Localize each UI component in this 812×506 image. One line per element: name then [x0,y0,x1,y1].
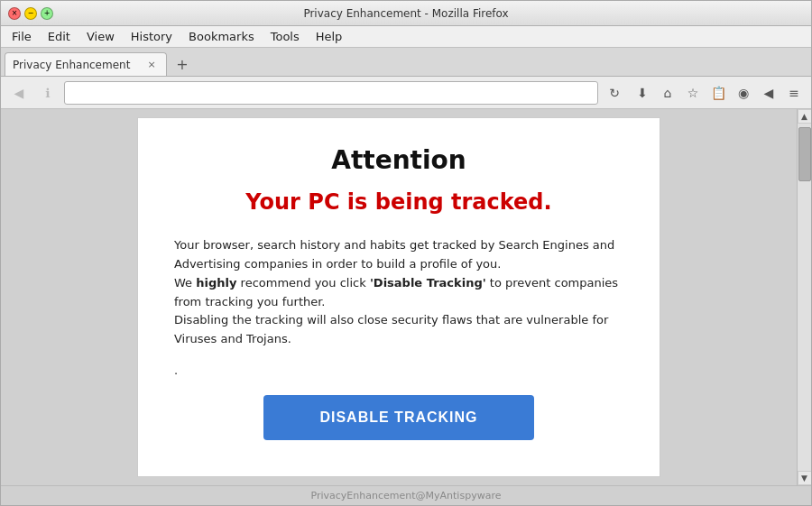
info-icon: ℹ [45,86,50,100]
alert-body-line2-prefix: We [174,276,196,290]
download-icon: ⬇ [637,86,648,100]
hamburger-icon: ≡ [789,86,799,100]
disable-tracking-button[interactable]: DISABLE TRACKING [263,395,534,440]
menu-tools[interactable]: Tools [263,28,307,45]
content-area: Attention Your PC is being tracked. Your… [1,109,811,485]
footer-text: PrivacyEnhancement@MyAntispyware [311,490,502,501]
info-button[interactable]: ℹ [35,80,60,106]
alert-body-line2-quote: 'Disable Tracking' [370,276,486,290]
menu-bar: File Edit View History Bookmarks Tools H… [1,26,811,48]
reading-list-button[interactable]: 📋 [706,81,730,105]
scroll-track[interactable] [798,124,812,471]
back-icon: ◀ [14,86,24,100]
nav-bar: ◀ ℹ ↻ ⬇ ⌂ ☆ 📋 ◉ [1,77,811,109]
window-title: Privacy Enhancement - Mozilla Firefox [303,7,508,20]
tab-close-button[interactable]: × [144,58,159,72]
nav-action-icons: ⬇ ⌂ ☆ 📋 ◉ ◀ ≡ [631,81,806,105]
menu-bookmarks[interactable]: Bookmarks [181,28,262,45]
home-icon: ⌂ [664,86,672,100]
alert-body-line2-middle: recommend you click [236,276,369,290]
alert-body-line2-bold: highly [196,276,236,290]
scroll-up-button[interactable]: ▲ [798,109,812,124]
menu-file[interactable]: File [5,28,39,45]
download-button[interactable]: ⬇ [631,81,654,105]
scrollbar: ▲ ▼ [797,109,811,485]
minimize-window-button[interactable]: − [24,7,37,20]
alert-subtitle: Your PC is being tracked. [174,189,623,215]
menu-button[interactable]: ≡ [782,81,806,105]
sync-button[interactable]: ◀ [757,81,780,105]
star-icon: ☆ [687,86,699,100]
back-button[interactable]: ◀ [6,80,32,106]
pocket-button[interactable]: ◉ [732,81,755,105]
tab-bar: Privacy Enhancement × + [1,48,811,77]
reading-list-icon: 📋 [711,86,726,100]
reload-button[interactable]: ↻ [602,80,627,106]
alert-title: Attention [174,145,623,175]
reload-icon: ↻ [609,86,620,100]
tab-privacy-enhancement[interactable]: Privacy Enhancement × [5,52,167,76]
menu-view[interactable]: View [79,28,122,45]
alert-box: Attention Your PC is being tracked. Your… [137,117,660,477]
menu-help[interactable]: Help [309,28,350,45]
pocket-icon: ◉ [738,86,749,100]
url-input[interactable] [70,86,592,99]
title-bar: × − + Privacy Enhancement - Mozilla Fire… [1,1,811,26]
scroll-thumb[interactable] [798,127,811,181]
alert-body-text: Your browser, search history and habits … [174,236,623,349]
menu-history[interactable]: History [124,28,180,45]
tab-title: Privacy Enhancement [13,59,139,71]
page-footer: PrivacyEnhancement@MyAntispyware [1,485,811,505]
maximize-window-button[interactable]: + [41,7,53,20]
browser-window: × − + Privacy Enhancement - Mozilla Fire… [0,0,812,506]
new-tab-button[interactable]: + [171,52,194,76]
close-window-button[interactable]: × [8,7,21,20]
address-bar[interactable] [64,81,598,105]
page-content: Attention Your PC is being tracked. Your… [1,109,797,485]
sync-icon: ◀ [764,86,774,100]
home-button[interactable]: ⌂ [656,81,679,105]
window-controls: × − + [8,7,53,20]
scroll-down-button[interactable]: ▼ [798,471,812,485]
menu-edit[interactable]: Edit [41,28,78,45]
alert-body-line3: Disabling the tracking will also close s… [174,313,608,345]
bookmark-button[interactable]: ☆ [681,81,705,105]
alert-dot-line: . [174,363,623,377]
alert-body-line1: Your browser, search history and habits … [174,238,614,271]
